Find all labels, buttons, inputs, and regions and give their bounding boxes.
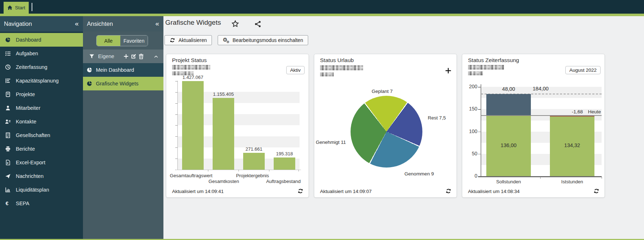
- x-axis-tick: [238, 170, 239, 171]
- page-title: Grafische Widgets: [165, 19, 221, 27]
- pie-slice-label: Geplant 7: [372, 89, 393, 94]
- printer-icon: [5, 146, 11, 152]
- bar-extra-label: 48,00: [502, 86, 515, 92]
- pie-chart-icon: [5, 37, 11, 43]
- widget-refresh-icon[interactable]: [297, 188, 304, 194]
- pie-slice-label: Rest 7,5: [428, 115, 446, 121]
- sidebar-item-label: Liquiditätsplan: [16, 187, 49, 193]
- bar-value-label: 136,00: [501, 142, 516, 148]
- sidebar-item-label: Excel-Export: [16, 160, 45, 165]
- widget-updated-text: Aktualisiert um 14:08:34: [468, 189, 520, 194]
- bar-value-label: 271.661: [246, 146, 263, 152]
- y-axis-tick: [478, 132, 481, 132]
- navigation-sidebar: Navigation « DashboardAufgabenZeiterfass…: [0, 16, 83, 240]
- svg-text:€: €: [6, 201, 9, 206]
- widget-title: Projekt Status: [172, 57, 207, 63]
- y-axis-tick-label: 200: [465, 84, 477, 89]
- view-item-mein-dashboard[interactable]: Mein Dashboard: [83, 63, 163, 77]
- sidebar-item-mitarbeiter[interactable]: Mitarbeiter: [0, 101, 83, 115]
- views-group-eigene[interactable]: Eigene: [83, 50, 163, 63]
- pie-chart-icon: [87, 67, 92, 73]
- tab-alle[interactable]: Alle: [97, 36, 120, 46]
- widget-updated-text: Aktualisiert um 14:09:41: [172, 189, 224, 194]
- view-item-grafische-widgets[interactable]: Grafische Widgets: [83, 77, 163, 90]
- period-badge[interactable]: August 2022: [565, 66, 601, 74]
- view-item-label: Mein Dashboard: [96, 67, 134, 73]
- refresh-button[interactable]: Aktualisieren: [165, 35, 212, 45]
- people-icon: [5, 119, 11, 124]
- delete-view-icon[interactable]: [138, 53, 144, 59]
- sidebar-item-label: Dashboard: [16, 37, 41, 43]
- bar-extra-segment: [486, 94, 531, 116]
- edit-view-icon[interactable]: [131, 53, 136, 59]
- collapse-left-icon[interactable]: «: [75, 19, 79, 29]
- euro-icon: €: [5, 201, 11, 206]
- sidebar-item-zeiterfassung[interactable]: Zeiterfassung: [0, 60, 83, 74]
- home-icon: [7, 5, 13, 10]
- sidebar-item-gesellschaften[interactable]: Gesellschaften: [0, 128, 83, 142]
- y-axis-line: [177, 81, 178, 170]
- reference-line-heute: [481, 115, 602, 116]
- sidebar-item-label: Aufgaben: [16, 51, 38, 56]
- widget-refresh-icon[interactable]: [593, 188, 599, 194]
- views-title: Ansichten: [87, 20, 113, 27]
- building-icon: [5, 132, 11, 138]
- bar-value-label: 1.155.405: [213, 91, 234, 97]
- redacted-text-line: [468, 71, 483, 75]
- sidebar-item-aufgaben[interactable]: Aufgaben: [0, 47, 83, 60]
- favorite-star-icon[interactable]: [231, 20, 239, 28]
- sidebar-item-dashboard[interactable]: Dashboard: [0, 33, 83, 47]
- y-axis-tick: [478, 109, 481, 110]
- bar-2: [243, 153, 265, 170]
- pie-slice-label: Genommen 9: [404, 171, 434, 177]
- tab-bar-cursor: [32, 3, 32, 11]
- pie-chart-icon: [87, 81, 92, 86]
- edit-mode-button[interactable]: ⚙⚙ Bearbeitungsmodus einschalten: [218, 35, 308, 45]
- add-entry-icon[interactable]: [445, 67, 452, 74]
- sidebar-item-liquiditaetsplan[interactable]: Liquiditätsplan: [0, 183, 83, 197]
- bar-value-label: 1.427.067: [182, 75, 203, 80]
- redacted-text-line: [468, 65, 504, 70]
- sidebar-item-excel-export[interactable]: xExcel-Export: [0, 156, 83, 169]
- widget-refresh-icon[interactable]: [445, 188, 451, 194]
- widget-status-urlaub: Status Urlaub Geplant 7Rest 7,5Genommen …: [314, 54, 457, 198]
- navigation-title: Navigation: [4, 20, 32, 27]
- sidebar-item-label: Projekte: [16, 91, 35, 97]
- redacted-text-line: [320, 72, 334, 76]
- top-tab-bar: Start: [0, 0, 644, 14]
- y-axis-line: [481, 84, 481, 177]
- clock-icon: [5, 64, 11, 70]
- sidebar-item-kontakte[interactable]: Kontakte: [0, 115, 83, 128]
- collapse-views-icon[interactable]: «: [155, 19, 159, 29]
- tab-start[interactable]: Start: [4, 2, 29, 14]
- views-sidebar: Ansichten « Alle Favoriten Eigene Mein D…: [83, 16, 163, 240]
- sidebar-item-projekte[interactable]: Projekte: [0, 88, 83, 101]
- y-axis-tick: [478, 87, 481, 88]
- add-view-icon[interactable]: [123, 53, 129, 59]
- bar-category-label: Gesamtauftragswert: [170, 173, 213, 178]
- sidebar-item-nachrichten[interactable]: Nachrichten: [0, 169, 83, 183]
- sidebar-item-sepa[interactable]: €SEPA: [0, 197, 83, 210]
- tab-favoriten[interactable]: Favoriten: [120, 36, 148, 46]
- x-axis-tick: [540, 177, 541, 179]
- reference-line-label: 184,00: [533, 86, 548, 91]
- svg-text:x: x: [7, 161, 9, 165]
- sidebar-item-berichte[interactable]: Berichte: [0, 142, 83, 156]
- bar-1: [213, 98, 234, 170]
- filter-icon: [89, 54, 94, 59]
- bar-0: [182, 81, 204, 170]
- y-axis-tick-label: 150: [465, 106, 477, 112]
- sidebar-item-kapazitaetsplanung[interactable]: Kapazitätsplanung: [0, 74, 83, 88]
- deficit-label: -1,68: [572, 109, 583, 114]
- y-axis-tick-label: 100: [465, 128, 477, 134]
- share-icon[interactable]: [254, 20, 261, 28]
- status-badge-aktiv[interactable]: Aktiv: [286, 66, 305, 74]
- sidebar-item-label: Zeiterfassung: [16, 64, 47, 70]
- sidebar-item-label: Nachrichten: [16, 173, 43, 179]
- view-items: Mein DashboardGrafische Widgets: [83, 63, 163, 90]
- bar-category-label: Iststunden: [561, 179, 583, 184]
- y-axis-tick-label: 50: [465, 151, 477, 156]
- chevron-up-icon[interactable]: [154, 54, 158, 59]
- refresh-icon: [170, 37, 175, 43]
- chart-bars-icon: [5, 187, 11, 193]
